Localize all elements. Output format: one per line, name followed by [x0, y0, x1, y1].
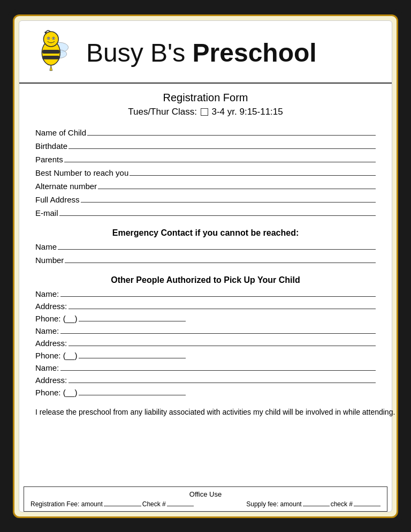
name-of-child-row: Name of Child [35, 128, 376, 137]
auth3-phone-row: Phone: (__) [35, 388, 376, 397]
full-address-row: Full Address [35, 195, 376, 204]
emergency-number-line[interactable] [65, 263, 376, 263]
svg-point-6 [43, 32, 58, 47]
email-line[interactable] [59, 215, 376, 216]
emergency-number-row: Number [35, 256, 376, 265]
svg-point-9 [48, 38, 49, 39]
auth1-phone-line[interactable] [79, 321, 186, 321]
supply-fee-field: Supply fee: amount check # [246, 500, 380, 508]
best-number-line[interactable] [130, 175, 376, 176]
form-body: Registration Form Tues/Thur Class: 3-4 y… [19, 84, 392, 482]
authorized-heading: Other People Authorized to Pick Up Your … [35, 275, 376, 285]
form-page: Busy B's Preschool Registration Form Tue… [19, 20, 392, 512]
liability-row: I release the preschool from any liabili… [35, 407, 376, 418]
auth3-name-line[interactable] [60, 370, 376, 371]
parents-line[interactable] [64, 162, 376, 162]
auth1-name-row: Name: [35, 289, 376, 298]
reg-fee-field: Registration Fee: amount Check # [31, 500, 194, 508]
liability-section: I release the preschool from any liabili… [35, 407, 376, 418]
auth2-address-line[interactable] [68, 346, 376, 346]
auth1-address-row: Address: [35, 302, 376, 311]
auth2-address-row: Address: [35, 339, 376, 348]
best-number-row: Best Number to reach you [35, 168, 376, 177]
auth3-phone-line[interactable] [79, 395, 186, 395]
office-use-box: Office Use Registration Fee: amount Chec… [24, 486, 387, 512]
email-row: E-mail [35, 208, 376, 218]
auth1-name-line[interactable] [60, 296, 376, 297]
alternate-number-row: Alternate number [35, 182, 376, 191]
school-title: Busy B's Preschool [86, 40, 317, 66]
reg-fee-amount-line[interactable] [104, 506, 141, 506]
auth2-name-row: Name: [35, 326, 376, 335]
auth2-phone-row: Phone: (__) [35, 351, 376, 360]
svg-rect-5 [42, 56, 59, 59]
emergency-name-row: Name [35, 242, 376, 251]
svg-point-10 [52, 38, 54, 39]
svg-rect-4 [42, 50, 59, 54]
auth3-address-line[interactable] [68, 383, 376, 383]
emergency-heading: Emergency Contact if you cannot be reach… [35, 228, 376, 238]
supply-fee-amount-line[interactable] [303, 506, 330, 506]
office-use-fields: Registration Fee: amount Check # Supply … [31, 500, 380, 508]
auth2-name-line[interactable] [60, 333, 376, 334]
class-checkbox[interactable] [201, 108, 208, 116]
page-header: Busy B's Preschool [19, 21, 392, 84]
supply-fee-check-line[interactable] [354, 506, 380, 506]
office-use-title: Office Use [31, 490, 380, 498]
full-address-line[interactable] [81, 202, 376, 203]
bee-logo [30, 29, 78, 77]
form-title: Registration Form [35, 92, 376, 104]
inner-border: Busy B's Preschool Registration Form Tue… [13, 14, 398, 518]
alternate-number-line[interactable] [98, 189, 376, 189]
birthdate-row: Birthdate [35, 141, 376, 151]
birthdate-line[interactable] [68, 148, 376, 149]
auth2-phone-line[interactable] [79, 358, 186, 358]
auth3-name-row: Name: [35, 363, 376, 372]
class-info: Tues/Thur Class: 3-4 yr. 9:15-11:15 [35, 107, 376, 117]
auth3-address-row: Address: [35, 376, 376, 385]
auth1-phone-row: Phone: (__) [35, 314, 376, 323]
emergency-name-line[interactable] [58, 249, 376, 250]
parents-row: Parents [35, 155, 376, 164]
reg-fee-check-line[interactable] [167, 506, 194, 506]
outer-border: Busy B's Preschool Registration Form Tue… [7, 9, 404, 523]
auth1-address-line[interactable] [68, 309, 376, 309]
name-of-child-line[interactable] [87, 135, 376, 136]
